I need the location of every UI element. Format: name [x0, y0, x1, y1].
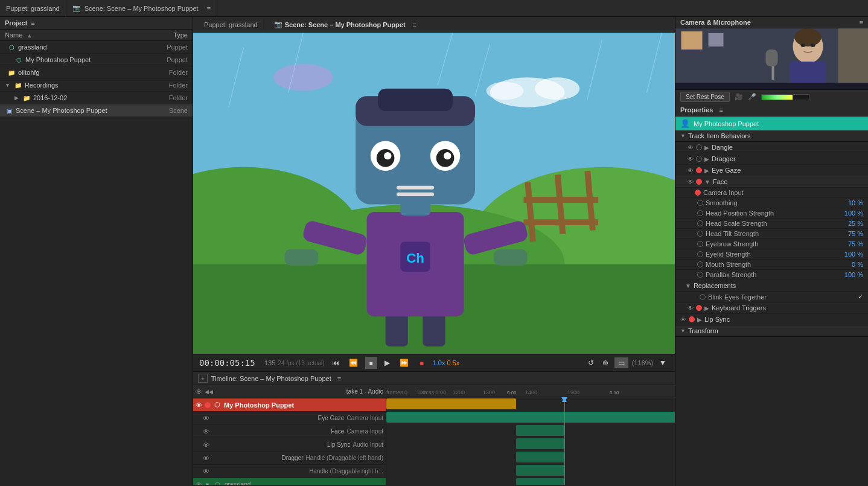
lip-sync-label: Lip Sync: [704, 316, 730, 323]
camera-menu-icon[interactable]: ≡: [860, 19, 863, 26]
record-button[interactable]: ●: [416, 357, 428, 369]
expand-icon[interactable]: ▶: [704, 167, 709, 174]
expand-arrow-icon[interactable]: ▼: [205, 482, 210, 485]
scene-tab-bar: Puppet: grassland 📷 Scene: Scene – My Ph…: [193, 17, 675, 33]
head-tilt-row: Head Tilt Strength 75 %: [675, 229, 868, 239]
eye-icon[interactable]: 👁: [688, 179, 694, 185]
svg-rect-12: [523, 197, 598, 203]
transport-bar: 00:00:05:15 135 24 fps (13 actual) ⏮ ⏪ ■…: [193, 354, 675, 371]
expand-icon[interactable]: ▶: [704, 156, 709, 162]
puppet-tab-bar[interactable]: Puppet: grassland: [199, 20, 263, 30]
properties-menu-icon[interactable]: ≡: [719, 106, 723, 114]
puppet-person-icon: 👤: [680, 119, 690, 128]
expand-icon[interactable]: ▼: [704, 179, 710, 185]
expand-arrow-icon[interactable]: ▶: [14, 95, 19, 101]
list-item[interactable]: ⬡ grassland Puppet: [0, 41, 193, 54]
list-item[interactable]: ▼ 📁 Recordings Folder: [0, 79, 193, 92]
project-column-headers: Name ▲ Type: [0, 30, 193, 41]
expand-icon[interactable]: ▶: [704, 305, 709, 312]
scene-menu-icon[interactable]: ≡: [207, 5, 211, 12]
refresh-button[interactable]: ↺: [586, 357, 596, 368]
lip-sync-row[interactable]: 👁 ▶ Lip Sync: [675, 314, 868, 325]
svg-rect-20: [285, 249, 319, 266]
eye-icon[interactable]: 👁: [680, 316, 686, 323]
behavior-dangle-row[interactable]: 👁 ▶ Dangle: [675, 142, 868, 153]
visibility-dot: [697, 220, 703, 226]
svg-text:Ch: Ch: [406, 251, 424, 266]
project-menu-icon[interactable]: ≡: [31, 19, 34, 27]
puppet-tab[interactable]: Puppet: grassland: [0, 0, 66, 16]
visibility-dot: [697, 210, 703, 216]
eye-icon[interactable]: 👁: [196, 401, 202, 409]
add-track-icon[interactable]: +: [198, 374, 208, 383]
list-item[interactable]: 📁 oiitohfg Folder: [0, 66, 193, 79]
scene-tab[interactable]: 📷 Scene: Scene – My Photoshop Puppet ≡: [66, 0, 217, 16]
timeline-tracks: 👁 ◀◀ take 1 - Audio 👁 ⬡ My Photoshop Pup…: [193, 385, 386, 485]
right-panel: Camera & Microphone ≡: [675, 17, 868, 486]
head-scale-row: Head Scale Strength 25 %: [675, 219, 868, 229]
col-name-header: Name ▲: [5, 31, 139, 39]
list-item[interactable]: ⬡ My Photoshop Puppet Puppet: [0, 54, 193, 66]
eye-icon[interactable]: 👁: [688, 144, 694, 151]
sub-clip[interactable]: [516, 465, 564, 476]
eye-icon[interactable]: 👁: [203, 428, 209, 435]
puppet-name-label: My Photoshop Puppet: [694, 120, 759, 127]
rewind-button[interactable]: ⏪: [346, 357, 360, 368]
eye-icon[interactable]: 👁: [203, 468, 209, 475]
audio-icon: ◀◀: [205, 389, 213, 395]
timeline-ruler: frames 0 100 1200 1300 1400 1500 m:ss 0:…: [386, 385, 675, 397]
visibility-dot: [697, 231, 703, 237]
timeline-ruler-area[interactable]: frames 0 100 1200 1300 1400 1500 m:ss 0:…: [386, 385, 675, 485]
sub-clip[interactable]: [516, 452, 564, 462]
expand-arrow-icon[interactable]: ▼: [5, 82, 10, 88]
properties-title: Properties: [680, 106, 713, 114]
visibility-dot: [697, 200, 703, 206]
puppet-icon: ⬡: [7, 43, 16, 51]
play-button[interactable]: ▶: [382, 357, 392, 368]
keyboard-triggers-row[interactable]: 👁 ▶ Keyboard Triggers: [675, 302, 868, 314]
sub-clip[interactable]: [516, 478, 564, 485]
behavior-eyegaze-row[interactable]: 👁 ▶ Eye Gaze: [675, 165, 868, 176]
playhead[interactable]: [564, 397, 565, 485]
svg-point-4: [273, 64, 333, 91]
scene-tab-bar-item[interactable]: 📷 Scene: Scene – My Photoshop Puppet ≡: [269, 19, 421, 30]
camera-input-icon: 🎥: [735, 93, 743, 101]
puppet-clip[interactable]: [386, 412, 675, 423]
set-rest-pose-button[interactable]: Set Rest Pose: [680, 92, 730, 102]
sub-clip[interactable]: [516, 425, 564, 436]
timeline-menu-icon[interactable]: ≡: [337, 375, 341, 382]
eye-icon[interactable]: 👁: [196, 388, 202, 395]
track-item-behaviors-header[interactable]: ▼ Track Item Behaviors: [675, 130, 868, 142]
visibility-dot: [696, 144, 702, 150]
eye-icon[interactable]: 👁: [688, 156, 694, 162]
scene-tab-menu[interactable]: ≡: [413, 21, 416, 28]
list-item[interactable]: ▣ Scene – My Photoshop Puppet Scene: [0, 104, 193, 117]
left-panel: Project ≡ Name ▲ Type ⬡ grassland Puppet: [0, 17, 193, 486]
stop-button[interactable]: ■: [365, 357, 377, 369]
expand-icon[interactable]: ▶: [697, 316, 702, 323]
eye-icon[interactable]: 👁: [203, 455, 209, 462]
track-row: 👁 ◀◀ take 1 - Audio: [193, 385, 386, 398]
monitor-button[interactable]: ▭: [614, 357, 628, 368]
sub-clip[interactable]: [516, 438, 564, 449]
play-forward-button[interactable]: ⏩: [397, 357, 411, 368]
zoom-dropdown-button[interactable]: ▼: [657, 357, 669, 368]
puppet-tab-text: Puppet: grassland: [204, 21, 258, 28]
visibility-dot-active: [696, 167, 702, 173]
eye-icon[interactable]: 👁: [688, 167, 694, 174]
expand-icon[interactable]: ▼: [685, 283, 691, 289]
skip-to-start-button[interactable]: ⏮: [330, 357, 342, 368]
behavior-face-row[interactable]: 👁 ▼ Face: [675, 176, 868, 188]
behavior-dragger-row[interactable]: 👁 ▶ Dragger: [675, 153, 868, 165]
list-item[interactable]: ▶ 📁 2016-12-02 Folder: [0, 92, 193, 104]
replacements-row[interactable]: ▼ Replacements: [675, 280, 868, 292]
eye-icon[interactable]: 👁: [196, 481, 202, 485]
microphone-icon: 🎤: [748, 93, 756, 101]
eye-icon[interactable]: 👁: [203, 415, 209, 422]
eye-icon[interactable]: 👁: [688, 305, 694, 312]
audio-clip[interactable]: [386, 398, 516, 409]
export-button[interactable]: ⊛: [600, 357, 611, 368]
eye-icon[interactable]: 👁: [203, 441, 209, 449]
expand-icon[interactable]: ▶: [704, 144, 709, 151]
transform-section[interactable]: ▼ Transform: [675, 325, 868, 337]
